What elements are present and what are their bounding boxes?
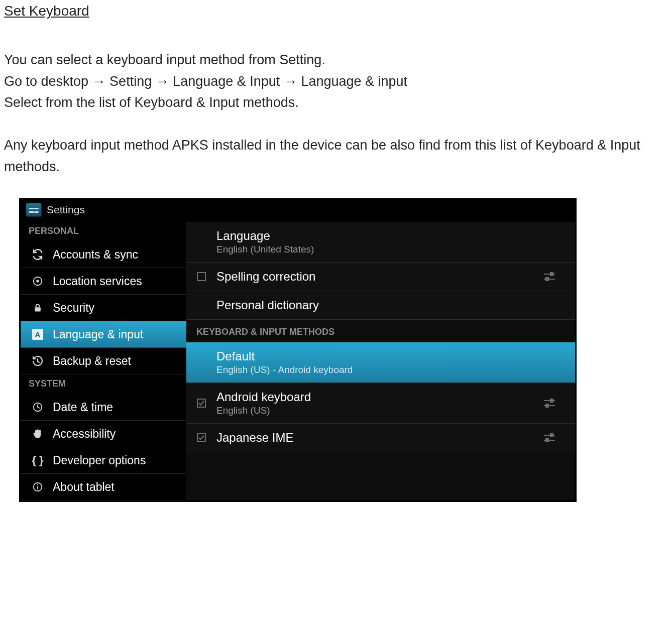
checkbox-checked-icon[interactable] bbox=[196, 398, 216, 408]
sidebar-item-label: Location services bbox=[53, 275, 142, 288]
sidebar-item-label: About tablet bbox=[53, 480, 115, 494]
svg-rect-10 bbox=[550, 273, 553, 276]
svg-point-7 bbox=[37, 484, 38, 485]
row-default-keyboard[interactable]: Default English (US) - Android keyboard bbox=[186, 342, 575, 383]
sidebar-item-label: Accounts & sync bbox=[53, 248, 138, 262]
doc-line: Any keyboard input method APKS installed… bbox=[4, 138, 644, 174]
row-subtitle: English (US) bbox=[216, 405, 543, 416]
svg-rect-17 bbox=[546, 404, 548, 407]
sidebar-item-label: Language & input bbox=[53, 328, 143, 341]
sidebar-item-security[interactable]: Security bbox=[21, 295, 186, 321]
doc-line: Select from the list of Keyboard & Input… bbox=[4, 95, 299, 110]
sidebar-item-backup[interactable]: Backup & reset bbox=[21, 348, 186, 374]
sidebar-item-accounts[interactable]: Accounts & sync bbox=[21, 241, 186, 268]
doc-line-part: Language & input bbox=[297, 74, 407, 89]
settings-detail-pane: Language English (United States) Spellin… bbox=[186, 222, 575, 500]
doc-paragraph-1: You can select a keyboard input method f… bbox=[4, 49, 668, 113]
settings-header: Settings bbox=[21, 200, 575, 222]
row-title: Personal dictionary bbox=[216, 298, 565, 312]
row-title: Spelling correction bbox=[216, 270, 543, 284]
row-japanese-ime[interactable]: Japanese IME bbox=[186, 424, 575, 452]
arrow-icon: → bbox=[156, 74, 169, 89]
svg-rect-8 bbox=[197, 273, 205, 281]
row-spelling[interactable]: Spelling correction bbox=[186, 263, 575, 291]
restore-icon bbox=[31, 354, 45, 368]
info-icon bbox=[31, 480, 45, 494]
svg-rect-15 bbox=[550, 399, 553, 402]
svg-rect-20 bbox=[550, 434, 553, 437]
doc-line-part: Language & Input bbox=[169, 74, 284, 89]
sidebar-group-system: SYSTEM bbox=[21, 374, 186, 394]
checkbox-unchecked-icon[interactable] bbox=[196, 272, 216, 282]
clock-icon bbox=[31, 400, 45, 414]
row-title: Japanese IME bbox=[216, 431, 543, 445]
hand-icon bbox=[31, 427, 45, 441]
doc-heading: Set Keyboard bbox=[4, 3, 668, 19]
sidebar-item-label: Developer options bbox=[53, 454, 146, 467]
row-language[interactable]: Language English (United States) bbox=[186, 222, 575, 263]
sidebar-item-language[interactable]: A Language & input bbox=[21, 321, 186, 348]
sidebar-item-datetime[interactable]: Date & time bbox=[21, 394, 186, 421]
row-title: Default bbox=[216, 349, 565, 363]
section-keyboard-methods: KEYBOARD & INPUT METHODS bbox=[186, 320, 575, 342]
sidebar-item-label: Security bbox=[53, 301, 94, 315]
row-personal-dictionary[interactable]: Personal dictionary bbox=[186, 291, 575, 320]
sidebar-item-label: Date & time bbox=[53, 401, 113, 414]
doc-line-part: Setting bbox=[106, 74, 156, 89]
checkbox-checked-icon[interactable] bbox=[196, 433, 216, 443]
location-icon bbox=[31, 274, 45, 288]
settings-screenshot: Settings PERSONAL Accounts & sync Locati… bbox=[19, 198, 577, 502]
lock-icon bbox=[31, 301, 45, 315]
sidebar-item-label: Accessibility bbox=[53, 427, 116, 441]
sliders-icon[interactable] bbox=[543, 398, 565, 409]
doc-line: You can select a keyboard input method f… bbox=[4, 52, 325, 67]
sidebar-item-location[interactable]: Location services bbox=[21, 268, 186, 295]
doc-line-part: Go to desktop bbox=[4, 74, 92, 89]
svg-point-2 bbox=[36, 280, 39, 283]
sliders-icon[interactable] bbox=[543, 432, 565, 443]
sidebar-item-accessibility[interactable]: Accessibility bbox=[21, 421, 186, 447]
arrow-icon: → bbox=[284, 74, 297, 89]
svg-rect-3 bbox=[35, 307, 41, 311]
row-subtitle: English (US) - Android keyboard bbox=[216, 364, 565, 375]
row-title: Android keyboard bbox=[216, 390, 543, 404]
keyboard-a-icon: A bbox=[31, 327, 45, 341]
doc-paragraph-2: Any keyboard input method APKS installed… bbox=[4, 135, 668, 177]
svg-rect-22 bbox=[546, 439, 548, 442]
svg-rect-12 bbox=[546, 278, 548, 281]
sidebar-item-about[interactable]: About tablet bbox=[21, 474, 186, 500]
settings-app-icon bbox=[26, 203, 42, 217]
sync-icon bbox=[31, 247, 45, 262]
settings-title: Settings bbox=[47, 204, 85, 216]
row-subtitle: English (United States) bbox=[216, 244, 565, 255]
arrow-icon: → bbox=[92, 74, 106, 89]
sidebar-group-personal: PERSONAL bbox=[21, 222, 186, 241]
sidebar-item-label: Backup & reset bbox=[53, 354, 131, 368]
row-android-keyboard[interactable]: Android keyboard English (US) bbox=[186, 383, 575, 424]
row-title: Language bbox=[216, 229, 565, 243]
settings-sidebar: PERSONAL Accounts & sync Location servic… bbox=[21, 222, 186, 500]
sidebar-item-developer[interactable]: { } Developer options bbox=[21, 447, 186, 474]
braces-icon: { } bbox=[31, 453, 45, 467]
sliders-icon[interactable] bbox=[543, 271, 565, 282]
